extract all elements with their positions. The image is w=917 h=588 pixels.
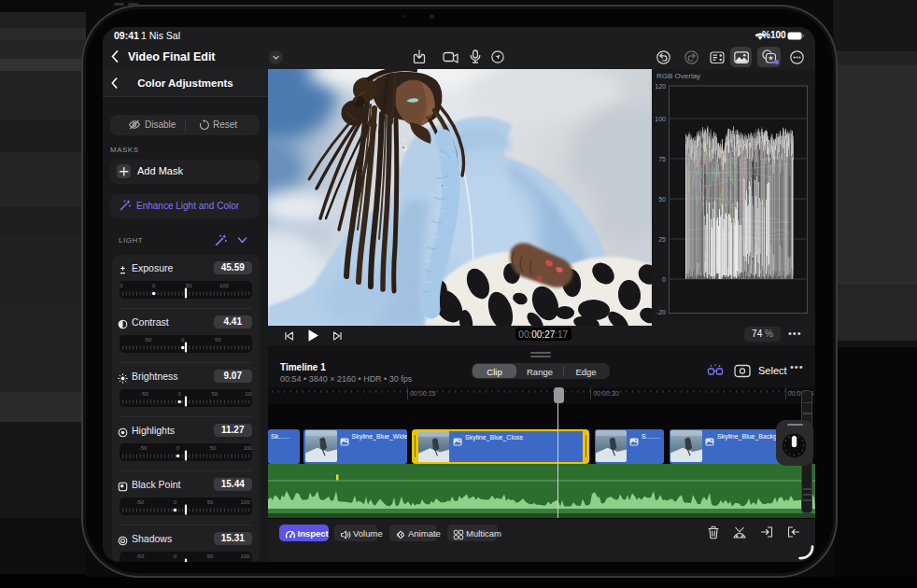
- svg-text:50: 50: [214, 337, 220, 343]
- svg-text:100: 100: [240, 499, 250, 505]
- svg-text:100: 100: [655, 116, 666, 122]
- svg-text:0: 0: [173, 553, 176, 559]
- svg-text:-50: -50: [135, 553, 144, 559]
- svg-text:-50: -50: [135, 499, 144, 505]
- svg-text:100: 100: [219, 283, 229, 288]
- svg-text:100: 100: [245, 391, 252, 397]
- svg-text:-50: -50: [143, 337, 151, 343]
- svg-text:120: 120: [655, 83, 666, 90]
- svg-text:50: 50: [185, 283, 191, 288]
- svg-text:25: 25: [658, 236, 666, 243]
- svg-text:50: 50: [206, 499, 213, 505]
- svg-text:50: 50: [209, 445, 216, 451]
- svg-text:0: 0: [177, 391, 181, 397]
- svg-text:0: 0: [176, 445, 179, 451]
- svg-text:100: 100: [243, 445, 251, 451]
- svg-text:-50: -50: [140, 391, 148, 397]
- svg-text:-20: -20: [656, 309, 666, 315]
- svg-text:-50: -50: [120, 283, 123, 288]
- svg-text:0: 0: [173, 499, 176, 505]
- svg-text:75: 75: [658, 156, 666, 162]
- svg-text:50: 50: [211, 391, 218, 397]
- svg-text:0: 0: [662, 276, 666, 283]
- svg-text:-50: -50: [138, 445, 147, 451]
- svg-text:50: 50: [206, 553, 213, 559]
- svg-text:0: 0: [152, 283, 156, 288]
- svg-text:100: 100: [240, 553, 250, 559]
- svg-text:0: 0: [181, 337, 185, 343]
- svg-text:50: 50: [658, 196, 666, 203]
